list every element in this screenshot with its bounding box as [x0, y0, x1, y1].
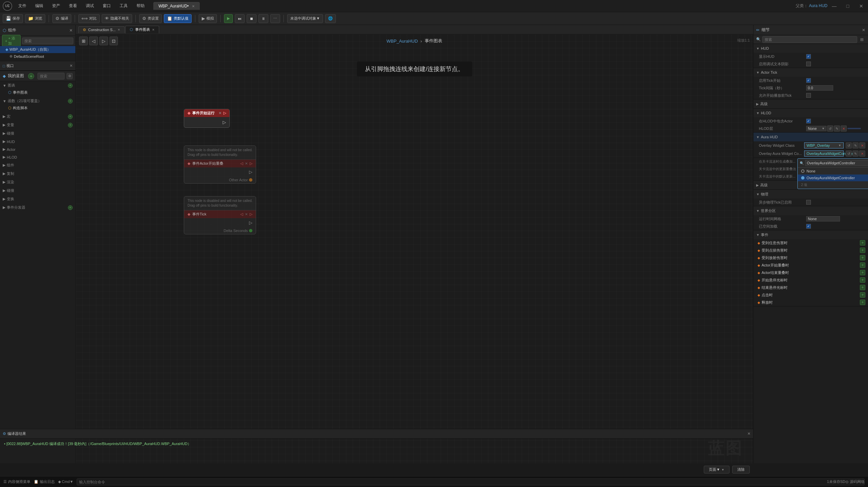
add-component-btn[interactable]: + + 添加 — [2, 35, 21, 47]
menu-tools[interactable]: 工具 — [118, 2, 130, 9]
construction-tab-close[interactable]: ✕ — [118, 28, 120, 31]
save-btn[interactable]: 💾 保存 — [3, 14, 23, 23]
spatial-load-checkbox[interactable] — [806, 224, 811, 229]
mybp-event-graph[interactable]: ⬡ 事件图表 — [0, 89, 75, 96]
event-add-btn-2[interactable]: + — [860, 255, 865, 260]
overlay-aura-controller-dropdown[interactable]: OverlayAuraWidgetController ▼ — [804, 150, 844, 157]
mybp-render-label[interactable]: ▶ 渲染 — [0, 179, 75, 186]
breadcrumb-root[interactable]: WBP_AuraHUD — [387, 39, 418, 44]
overlay-class-edit-btn[interactable]: ✎ — [852, 142, 859, 148]
event-add-btn-0[interactable]: + — [860, 240, 865, 246]
grid-view-btn[interactable]: ⊞ — [859, 36, 865, 43]
node-event-tick[interactable]: This node is disabled and will not be ca… — [184, 196, 256, 234]
hlod-clear-btn[interactable]: ✕ — [841, 125, 847, 132]
more-play-btn[interactable]: ⋯ — [270, 14, 280, 23]
output-log-btn[interactable]: 📋 输出日志 — [34, 479, 55, 484]
menu-asset[interactable]: 资产 — [50, 2, 62, 9]
world-partition-header[interactable]: ▼ 世界分区 — [753, 206, 868, 215]
component-search[interactable] — [22, 38, 73, 44]
browse-btn[interactable]: 📁 浏览 — [25, 14, 45, 23]
simulate-btn[interactable]: ▶ 模拟 — [199, 14, 217, 23]
include-actor-checkbox[interactable] — [806, 119, 811, 123]
mybp-functions-label[interactable]: ▼ 函数（21项可覆盖） + — [0, 97, 75, 105]
physics-header[interactable]: ▼ 物理 — [753, 190, 868, 199]
event-add-btn-7[interactable]: + — [860, 292, 865, 298]
no-target-btn[interactable]: 未选中调试对象▼ — [287, 14, 323, 23]
event-add-btn-4[interactable]: + — [860, 270, 865, 275]
canvas-mode-btn[interactable]: ⊞ — [79, 37, 88, 45]
overlay-class-refresh-btn[interactable]: ↺ — [846, 142, 852, 148]
mybp-hlod-label[interactable]: ▶ HLOD — [0, 154, 75, 160]
menu-view[interactable]: 查看 — [67, 2, 79, 9]
overlay-widget-class-dropdown[interactable]: WBP_Overlay ▼ — [804, 142, 844, 148]
aura-ctrl-refresh-btn[interactable]: ↺ — [846, 150, 852, 157]
console-input[interactable] — [77, 479, 865, 485]
main-tab[interactable]: WBP_AuraHUD• ✕ — [153, 2, 200, 10]
mybp-hud-label[interactable]: ▶ HUD — [0, 138, 75, 145]
page-dropdown-btn[interactable]: 页面▼ ▼ — [704, 466, 729, 473]
canvas-area[interactable]: ⊞ ◁ ▷ ⊡ WBP_AuraHUD › 事件图表 缩放1:1 从引脚拖拽连线… — [76, 34, 753, 463]
event-add-btn-6[interactable]: + — [860, 285, 865, 290]
menu-edit[interactable]: 编辑 — [33, 2, 45, 9]
graphs-add-btn[interactable]: + — [68, 83, 73, 88]
event-add-btn-3[interactable]: + — [860, 262, 865, 268]
mybp-macros-label[interactable]: ▶ 宏 + — [0, 113, 75, 120]
actor-tick-header[interactable]: ▼ Actor Tick — [753, 68, 868, 77]
event-add-btn-1[interactable]: + — [860, 248, 865, 253]
mybp-collision-label[interactable]: ▶ 碰撞 — [0, 130, 75, 137]
node-event-begin-play[interactable]: ◆ 事件开始运行 ✕ ▷ ▷ — [184, 109, 230, 128]
event-graph-tab-close[interactable]: ✕ — [152, 28, 155, 31]
mybp-transform-label[interactable]: ▶ 变换 — [0, 195, 75, 203]
node-close-icon[interactable]: ✕ — [219, 111, 221, 115]
funcs-add-btn[interactable]: + — [68, 99, 73, 103]
event-disp-add-btn[interactable]: + — [68, 205, 73, 210]
allow-tick-checkbox[interactable] — [806, 93, 811, 98]
event-add-btn-8[interactable]: + — [860, 300, 865, 305]
canvas-forward-btn[interactable]: ▷ — [99, 37, 108, 45]
event-add-btn-5[interactable]: + — [860, 277, 865, 283]
stop-btn[interactable]: ⏹ — [247, 14, 256, 23]
popup-item-overlay-aura[interactable]: OverlayAuraWidgetController — [798, 175, 868, 181]
tick-interval-input[interactable] — [806, 85, 833, 91]
menu-debug[interactable]: 调试 — [84, 2, 96, 9]
vars-add-btn[interactable]: + — [68, 123, 73, 127]
mybp-construction-script[interactable]: ⬡ 构造脚本 — [0, 105, 75, 112]
tab-construction-script[interactable]: ⚙ Construction S... ✕ — [78, 26, 125, 33]
cmd-btn[interactable]: ◆ Cmd▼ — [58, 480, 73, 484]
canvas-fit-btn[interactable]: ⊡ — [109, 37, 118, 45]
mybp-search[interactable] — [38, 73, 65, 79]
aura-ctrl-clear-btn[interactable]: ✕ — [859, 150, 865, 157]
overlay-class-clear-btn[interactable]: ✕ — [859, 142, 865, 148]
menu-window[interactable]: 窗口 — [101, 2, 113, 9]
compiler-close-btn[interactable]: ✕ — [747, 432, 750, 436]
tick-node-close[interactable]: ✕ — [245, 212, 248, 216]
macros-add-btn[interactable]: + — [68, 114, 73, 119]
actor-node-close[interactable]: ✕ — [245, 162, 248, 165]
compile-btn[interactable]: ⚙ 编译 — [52, 14, 71, 23]
pause-btn[interactable]: ⏸ — [258, 14, 268, 23]
aura-ctrl-edit-btn[interactable]: ✎ — [852, 150, 859, 157]
components-close-btn[interactable]: ✕ — [69, 28, 73, 33]
class-settings-btn[interactable]: ⚙ 类设置 — [139, 14, 162, 23]
viewport-close-btn[interactable]: ✕ — [70, 64, 73, 68]
clear-compiler-btn[interactable]: 清除 — [732, 466, 750, 473]
mybp-actor-label[interactable]: ▶ Actor — [0, 146, 75, 153]
content-scrollbar-btn[interactable]: ☰ 内容侧滑菜单 — [3, 479, 30, 484]
class-defaults-btn[interactable]: 📋 类默认值 — [164, 14, 192, 23]
tree-item-wbp[interactable]: ◆ WBP_AuraHUD（自我） — [0, 46, 75, 53]
node-actor-begin-overlap[interactable]: This node is disabled and will not be ca… — [184, 145, 256, 184]
play-btn[interactable]: ▶ — [224, 14, 233, 23]
mybp-variables-label[interactable]: ▶ 变量 + — [0, 121, 75, 129]
compare-btn[interactable]: ⟺ 对比 — [78, 14, 100, 23]
tree-item-default-scene[interactable]: ⊕ DefaultSceneRoot — [0, 53, 75, 60]
popup-search-input[interactable] — [805, 160, 868, 166]
mybp-event-disp-label[interactable]: ▶ 事件分发器 + — [0, 204, 75, 211]
hlod-layer-dropdown[interactable]: None ▼ — [806, 126, 826, 131]
details-close-btn[interactable]: ✕ — [862, 28, 865, 32]
menu-file[interactable]: 文件 — [16, 2, 28, 9]
details-search-input[interactable] — [762, 36, 857, 43]
debug-text-checkbox[interactable] — [806, 62, 811, 66]
hlod-edit-btn[interactable]: ✎ — [834, 125, 840, 132]
menu-help[interactable]: 帮助 — [134, 2, 147, 9]
aura-hud-section-header[interactable]: ▼ Aura HUD — [753, 133, 868, 141]
